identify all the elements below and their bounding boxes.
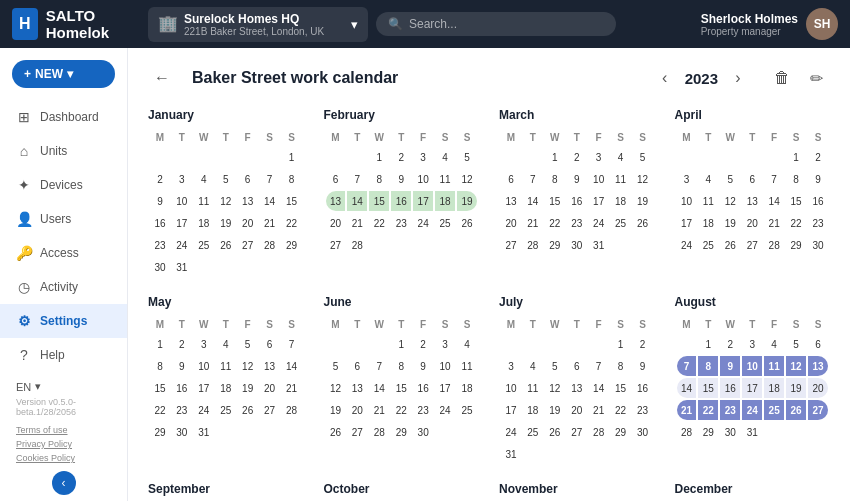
calendar-day[interactable]: 27: [567, 422, 587, 442]
calendar-day[interactable]: 16: [808, 191, 828, 211]
calendar-day[interactable]: [567, 334, 587, 354]
calendar-day[interactable]: 16: [391, 191, 411, 211]
calendar-day[interactable]: 28: [589, 422, 609, 442]
calendar-day[interactable]: 11: [457, 356, 477, 376]
calendar-day[interactable]: 25: [194, 235, 214, 255]
prev-year-button[interactable]: ‹: [651, 64, 679, 92]
calendar-day[interactable]: 1: [391, 334, 411, 354]
calendar-day[interactable]: 9: [808, 169, 828, 189]
calendar-day[interactable]: 9: [150, 191, 170, 211]
calendar-day[interactable]: 22: [545, 213, 565, 233]
calendar-day[interactable]: [238, 257, 258, 277]
calendar-day[interactable]: 7: [282, 334, 302, 354]
calendar-day[interactable]: 28: [523, 235, 543, 255]
calendar-day[interactable]: 1: [545, 147, 565, 167]
calendar-day[interactable]: 13: [238, 191, 258, 211]
calendar-day[interactable]: 16: [150, 213, 170, 233]
calendar-day[interactable]: 28: [282, 400, 302, 420]
calendar-day[interactable]: [808, 422, 828, 442]
calendar-day[interactable]: 5: [457, 147, 477, 167]
calendar-day[interactable]: 31: [501, 444, 521, 464]
calendar-day[interactable]: 4: [435, 147, 455, 167]
calendar-day[interactable]: 2: [633, 334, 653, 354]
calendar-day[interactable]: 5: [633, 147, 653, 167]
calendar-day[interactable]: 30: [720, 422, 740, 442]
calendar-day[interactable]: 3: [194, 334, 214, 354]
calendar-day[interactable]: 23: [720, 400, 740, 420]
calendar-day[interactable]: 7: [347, 169, 367, 189]
calendar-day[interactable]: 17: [435, 378, 455, 398]
calendar-day[interactable]: 7: [677, 356, 697, 376]
calendar-day[interactable]: 21: [260, 213, 280, 233]
calendar-day[interactable]: 27: [260, 400, 280, 420]
calendar-day[interactable]: 12: [545, 378, 565, 398]
calendar-day[interactable]: 6: [742, 169, 762, 189]
calendar-day[interactable]: [764, 147, 784, 167]
calendar-day[interactable]: 24: [413, 213, 433, 233]
calendar-day[interactable]: [194, 257, 214, 277]
calendar-day[interactable]: [633, 444, 653, 464]
terms-link[interactable]: Terms of use: [16, 425, 68, 435]
calendar-day[interactable]: 15: [786, 191, 806, 211]
calendar-day[interactable]: [260, 257, 280, 277]
calendar-day[interactable]: 19: [238, 378, 258, 398]
calendar-day[interactable]: [501, 147, 521, 167]
calendar-day[interactable]: 6: [808, 334, 828, 354]
calendar-day[interactable]: 13: [808, 356, 828, 376]
calendar-day[interactable]: 8: [391, 356, 411, 376]
calendar-day[interactable]: 19: [633, 191, 653, 211]
calendar-day[interactable]: [545, 334, 565, 354]
calendar-day[interactable]: 17: [194, 378, 214, 398]
calendar-day[interactable]: [523, 444, 543, 464]
calendar-day[interactable]: 28: [260, 235, 280, 255]
calendar-day[interactable]: 15: [150, 378, 170, 398]
calendar-day[interactable]: 6: [326, 169, 346, 189]
calendar-day[interactable]: 15: [611, 378, 631, 398]
sidebar-item-dashboard[interactable]: ⊞ Dashboard: [0, 100, 127, 134]
calendar-day[interactable]: 3: [501, 356, 521, 376]
calendar-day[interactable]: 18: [194, 213, 214, 233]
sidebar-item-activity[interactable]: ◷ Activity: [0, 270, 127, 304]
calendar-day[interactable]: 19: [720, 213, 740, 233]
calendar-day[interactable]: 9: [413, 356, 433, 376]
calendar-day[interactable]: 13: [567, 378, 587, 398]
calendar-day[interactable]: 14: [589, 378, 609, 398]
calendar-day[interactable]: [238, 147, 258, 167]
calendar-day[interactable]: 24: [501, 422, 521, 442]
calendar-day[interactable]: [611, 444, 631, 464]
privacy-link[interactable]: Privacy Policy: [16, 439, 72, 449]
calendar-day[interactable]: 18: [611, 191, 631, 211]
calendar-day[interactable]: 16: [720, 378, 740, 398]
calendar-day[interactable]: [413, 235, 433, 255]
calendar-day[interactable]: 10: [435, 356, 455, 376]
calendar-day[interactable]: 3: [413, 147, 433, 167]
calendar-day[interactable]: 9: [720, 356, 740, 376]
calendar-day[interactable]: 9: [633, 356, 653, 376]
calendar-day[interactable]: 21: [523, 213, 543, 233]
calendar-day[interactable]: 1: [698, 334, 718, 354]
calendar-day[interactable]: 17: [589, 191, 609, 211]
calendar-day[interactable]: 20: [260, 378, 280, 398]
calendar-day[interactable]: 26: [786, 400, 806, 420]
calendar-day[interactable]: 24: [677, 235, 697, 255]
calendar-day[interactable]: 21: [282, 378, 302, 398]
calendar-day[interactable]: 23: [150, 235, 170, 255]
calendar-day[interactable]: 8: [611, 356, 631, 376]
calendar-day[interactable]: 11: [611, 169, 631, 189]
calendar-day[interactable]: [369, 334, 389, 354]
calendar-day[interactable]: [435, 422, 455, 442]
calendar-day[interactable]: [523, 334, 543, 354]
calendar-day[interactable]: [764, 422, 784, 442]
sidebar-item-access[interactable]: 🔑 Access: [0, 236, 127, 270]
calendar-day[interactable]: 25: [764, 400, 784, 420]
calendar-day[interactable]: [677, 147, 697, 167]
calendar-day[interactable]: 6: [347, 356, 367, 376]
calendar-day[interactable]: 29: [611, 422, 631, 442]
calendar-day[interactable]: 24: [172, 235, 192, 255]
calendar-day[interactable]: 11: [435, 169, 455, 189]
new-button[interactable]: + NEW ▾: [12, 60, 115, 88]
calendar-day[interactable]: 10: [742, 356, 762, 376]
calendar-day[interactable]: 1: [150, 334, 170, 354]
calendar-day[interactable]: 18: [523, 400, 543, 420]
calendar-day[interactable]: 20: [347, 400, 367, 420]
